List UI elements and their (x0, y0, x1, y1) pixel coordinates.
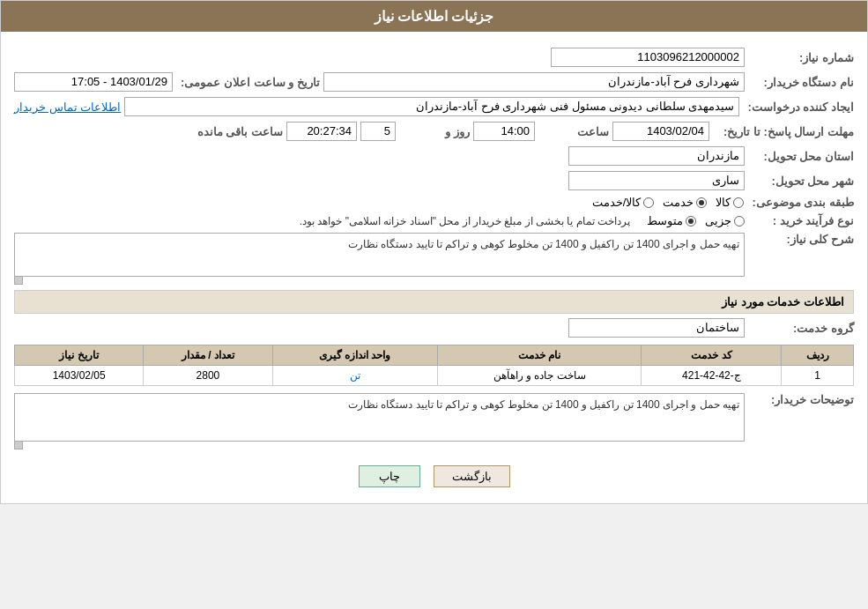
cell-ردیف: 1 (782, 366, 854, 386)
radio-کالا-خدمت-label: کالا/خدمت (592, 196, 642, 209)
col-کد-خدمت: کد خدمت (642, 345, 782, 366)
توضیحات-label: توضیحات خریدار: (748, 393, 854, 406)
تاریخ-اعلان-label: تاریخ و ساعت اعلان عمومی: (176, 76, 320, 89)
cell-نام-خدمت: ساخت جاده و راهآهن (437, 366, 642, 386)
شهر-label: شهر محل تحویل: (748, 175, 854, 188)
cell-واحد: تن (272, 366, 437, 386)
خدمات-section-title: اطلاعات خدمات مورد نیاز (14, 290, 854, 314)
col-ردیف: ردیف (782, 345, 854, 366)
radio-متوسط-circle (686, 216, 696, 227)
cell-کد-خدمت: ج-42-42-421 (642, 366, 782, 386)
چاپ-button[interactable]: چاپ (359, 465, 420, 487)
radio-متوسط[interactable]: متوسط (647, 214, 696, 227)
روز-label: روز و (399, 125, 470, 138)
نام-دستگاه-value: شهرداری فرح آباد-مازندران (323, 72, 745, 92)
radio-خدمت-circle (696, 197, 707, 208)
page-title: جزئیات اطلاعات نیاز (1, 1, 867, 32)
اطلاعات-تماس-link[interactable]: اطلاعات تماس خریدار (14, 100, 121, 114)
resize-handle-شرح[interactable] (14, 276, 23, 285)
شماره-نیاز-label: شماره نیاز: (748, 51, 854, 64)
باقیمانده-value: 20:27:34 (286, 122, 357, 141)
radio-جزیی[interactable]: جزیی (705, 214, 745, 227)
شهر-value: ساری (568, 171, 745, 190)
radio-خدمت-label: خدمت (663, 196, 694, 209)
services-table: ردیف کد خدمت نام خدمت واحد اندازه گیری ت… (14, 345, 854, 386)
note-text: پرداخت تمام یا بخشی از مبلغ خریدار از مح… (300, 215, 630, 227)
گروه-خدمت-value: ساختمان (568, 318, 745, 338)
تاریخ-پاسخ-value: 1403/02/04 (612, 122, 709, 141)
col-تاریخ: تاریخ نیاز (15, 345, 144, 366)
radio-جزیی-label: جزیی (705, 214, 731, 227)
radio-کالا-circle (733, 197, 744, 208)
باقیمانده-label: ساعت باقی مانده (193, 125, 283, 138)
طبقه-بندی-label: طبقه بندی موضوعی: (747, 196, 854, 209)
radio-خدمت[interactable]: خدمت (663, 196, 707, 209)
radio-متوسط-label: متوسط (647, 214, 683, 227)
بازگشت-button[interactable]: بازگشت (434, 465, 510, 487)
table-row: 1 ج-42-42-421 ساخت جاده و راهآهن تن 2800… (15, 366, 854, 386)
نام-دستگاه-label: نام دستگاه خریدار: (748, 76, 854, 89)
گروه-خدمت-label: گروه خدمت: (748, 322, 854, 335)
استان-value: مازندران (568, 146, 745, 166)
روز-value: 5 (360, 122, 396, 141)
radio-کالا-خدمت[interactable]: کالا/خدمت (592, 196, 655, 209)
radio-کالا[interactable]: کالا (716, 196, 744, 209)
ایجاد-کننده-label: ایجاد کننده درخواست: (743, 100, 854, 114)
تاریخ-اعلان-value: 1403/01/29 - 17:05 (14, 72, 173, 92)
ایجاد-کننده-value: سیدمهدی سلطانی دیدونی مسئول فنی شهرداری … (124, 97, 739, 116)
نوع-فرآیند-radio-group: جزیی متوسط (647, 214, 745, 227)
شماره-نیاز-value: 1103096212000002 (551, 48, 745, 67)
radio-کالا-label: کالا (716, 196, 731, 209)
col-نام-خدمت: نام خدمت (437, 345, 642, 366)
ساعت-label: ساعت (538, 125, 609, 138)
طبقه-بندی-radio-group: کالا خدمت کالا/خدمت (592, 196, 745, 209)
radio-کالا-خدمت-circle (643, 197, 654, 208)
شرح-label: شرح کلی نیاز: (748, 233, 854, 246)
ساعت-value: 14:00 (473, 122, 535, 141)
cell-تعداد: 2800 (144, 366, 272, 386)
مهلت-ارسال-label: مهلت ارسال پاسخ: تا تاریخ: (713, 125, 854, 138)
radio-جزیی-circle (734, 216, 745, 227)
services-table-section: ردیف کد خدمت نام خدمت واحد اندازه گیری ت… (14, 345, 854, 386)
cell-تاریخ: 1403/02/05 (15, 366, 144, 386)
col-واحد: واحد اندازه گیری (272, 345, 437, 366)
استان-label: استان محل تحویل: (748, 150, 854, 163)
col-تعداد: تعداد / مقدار (144, 345, 272, 366)
resize-handle-توضیحات[interactable] (14, 441, 23, 449)
توضیحات-value: تهیه حمل و اجرای 1400 تن راکفیل و 1400 ت… (14, 393, 745, 442)
action-buttons: بازگشت چاپ (14, 455, 854, 494)
نوع-فرآیند-label: نوع فرآیند خرید : (748, 214, 854, 227)
شرح-value: تهیه حمل و اجرای 1400 تن راکفیل و 1400 ت… (14, 233, 745, 277)
